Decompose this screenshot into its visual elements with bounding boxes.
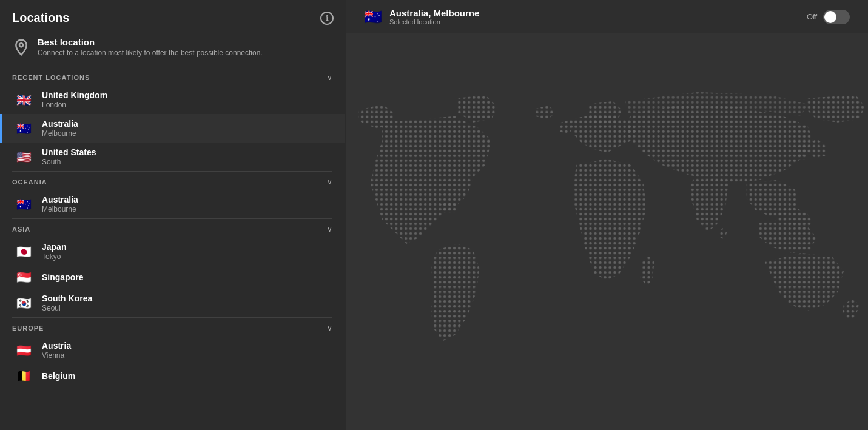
europe-belgium-item[interactable]: 🇧🇪 Belgium <box>0 364 345 388</box>
recent-locations-header[interactable]: RECENT LOCATIONS ∨ <box>0 67 345 86</box>
recent-au-item[interactable]: 🇦🇺 Australia Melbourne <box>0 114 345 143</box>
uk-city: London <box>42 101 107 109</box>
oceania-header[interactable]: OCEANIA ∨ <box>0 172 345 190</box>
left-panel: Locations ℹ Best location Connect to a l… <box>0 0 346 430</box>
vpn-toggle[interactable] <box>823 10 850 24</box>
svg-point-0 <box>19 43 23 47</box>
uk-country: United Kingdom <box>42 90 107 100</box>
best-location-title: Best location <box>38 37 263 47</box>
locations-list[interactable]: RECENT LOCATIONS ∨ 🇬🇧 United Kingdom Lon… <box>0 67 346 430</box>
au-location-text-recent: Australia Melbourne <box>42 119 78 138</box>
toggle-label: Off <box>807 12 817 21</box>
sg-country: Singapore <box>42 272 83 282</box>
best-location-text: Best location Connect to a location most… <box>38 37 263 57</box>
kr-location-text: South Korea Seoul <box>42 294 92 312</box>
oceania-chevron: ∨ <box>327 178 332 186</box>
sg-location-text: Singapore <box>42 272 83 283</box>
world-map <box>346 33 868 430</box>
sg-flag: 🇸🇬 <box>14 270 33 284</box>
toggle-knob <box>824 11 836 23</box>
us-country: United States <box>42 147 96 157</box>
recent-locations-chevron: ∨ <box>327 73 332 82</box>
be-country: Belgium <box>42 371 75 381</box>
au-country-recent: Australia <box>42 119 78 129</box>
uk-flag: 🇬🇧 <box>14 93 33 107</box>
selected-flag: 🇦🇺 <box>364 8 382 25</box>
asia-chevron: ∨ <box>327 225 332 233</box>
europe-austria-item[interactable]: 🇦🇹 Austria Vienna <box>0 336 345 364</box>
au-flag-oceania: 🇦🇺 <box>14 198 33 211</box>
right-panel: 🇦🇺 Australia, Melbourne Selected locatio… <box>346 0 868 430</box>
at-location-text: Austria Vienna <box>42 341 71 360</box>
be-flag: 🇧🇪 <box>14 369 33 383</box>
at-city: Vienna <box>42 351 71 360</box>
europe-label: EUROPE <box>12 324 44 332</box>
recent-locations-label: RECENT LOCATIONS <box>12 74 90 81</box>
jp-location-text: Japan Tokyo <box>42 242 66 261</box>
kr-city: Seoul <box>42 304 92 312</box>
info-icon[interactable]: ℹ <box>320 12 334 25</box>
europe-chevron: ∨ <box>327 324 332 332</box>
location-pin-icon <box>12 38 30 56</box>
us-location-text: United States South <box>42 147 96 166</box>
asia-singapore-item[interactable]: 🇸🇬 Singapore <box>0 266 345 289</box>
at-country: Austria <box>42 341 71 351</box>
oceania-au-item[interactable]: 🇦🇺 Australia Melbourne <box>0 190 345 218</box>
kr-flag: 🇰🇷 <box>14 297 33 310</box>
map-container <box>346 33 868 430</box>
be-location-text: Belgium <box>42 371 75 381</box>
best-location-item[interactable]: Best location Connect to a location most… <box>0 31 346 67</box>
selected-location-info: 🇦🇺 Australia, Melbourne Selected locatio… <box>364 8 807 25</box>
us-city: South <box>42 158 96 166</box>
au-city-oceania: Melbourne <box>42 205 78 213</box>
europe-header[interactable]: EUROPE ∨ <box>0 318 345 336</box>
asia-header[interactable]: ASIA ∨ <box>0 219 345 237</box>
asia-japan-item[interactable]: 🇯🇵 Japan Tokyo <box>0 237 345 266</box>
selected-location-sublabel: Selected location <box>389 18 479 25</box>
oceania-label: OCEANIA <box>12 178 47 186</box>
top-bar: 🇦🇺 Australia, Melbourne Selected locatio… <box>346 0 868 33</box>
au-location-text-oceania: Australia Melbourne <box>42 195 78 213</box>
uk-location-text: United Kingdom London <box>42 90 107 109</box>
selected-text: Australia, Melbourne Selected location <box>389 8 479 25</box>
recent-us-item[interactable]: 🇺🇸 United States South <box>0 143 345 171</box>
at-flag: 🇦🇹 <box>14 344 33 357</box>
asia-southkorea-item[interactable]: 🇰🇷 South Korea Seoul <box>0 289 345 317</box>
toggle-area: Off <box>807 10 850 24</box>
panel-title: Locations <box>12 11 69 25</box>
jp-country: Japan <box>42 242 66 252</box>
selected-location-name: Australia, Melbourne <box>389 8 479 18</box>
recent-uk-item[interactable]: 🇬🇧 United Kingdom London <box>0 86 345 114</box>
kr-country: South Korea <box>42 294 92 303</box>
asia-label: ASIA <box>12 226 30 233</box>
au-city-recent: Melbourne <box>42 129 78 138</box>
best-location-desc: Connect to a location most likely to off… <box>38 49 263 57</box>
jp-flag: 🇯🇵 <box>14 245 33 258</box>
au-flag-recent: 🇦🇺 <box>14 122 33 135</box>
us-flag-recent: 🇺🇸 <box>14 150 33 164</box>
panel-header: Locations ℹ <box>0 0 346 31</box>
au-country-oceania: Australia <box>42 195 78 204</box>
jp-city: Tokyo <box>42 252 66 261</box>
